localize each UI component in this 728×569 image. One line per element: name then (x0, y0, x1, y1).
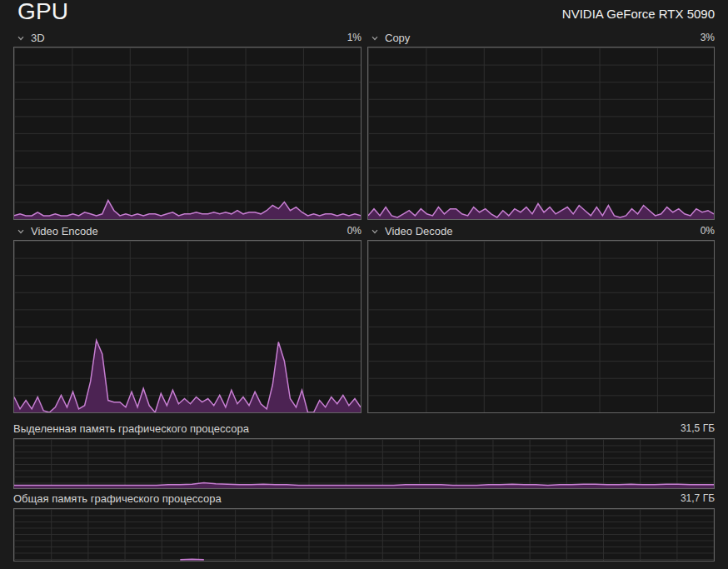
gpu-performance-page: GPU NVIDIA GeForce RTX 5090 3D 1% Copy 3… (0, 0, 728, 569)
chart-video-encode (13, 240, 362, 413)
memory-header-dedicated: Выделенная память графического процессор… (13, 422, 715, 435)
chart-dedicated-memory-trace (14, 439, 714, 488)
panel-value-video-decode: 0% (701, 225, 715, 237)
gpu-device-name: NVIDIA GeForce RTX 5090 (562, 7, 715, 21)
panel-label-copy: Copy (385, 32, 701, 44)
chart-copy-trace (368, 47, 714, 219)
chart-video-encode-trace (14, 241, 361, 412)
chart-shared-memory-trace (14, 509, 714, 561)
chevron-down-icon[interactable] (17, 227, 25, 236)
memory-value-shared: 31,7 ГБ (681, 492, 715, 504)
chart-copy (367, 47, 715, 220)
panel-label-video-encode: Video Encode (31, 225, 347, 237)
page-title: GPU (17, 0, 68, 25)
panel-label-video-decode: Video Decode (385, 225, 701, 237)
panel-value-copy: 3% (701, 32, 715, 43)
memory-value-dedicated: 31,5 ГБ (681, 422, 715, 434)
chevron-down-icon[interactable] (17, 34, 25, 42)
panel-label-3d: 3D (31, 32, 347, 44)
memory-header-shared: Общая память графического процессора 31,… (13, 492, 715, 505)
panel-header-video-encode[interactable]: Video Encode 0% (13, 224, 362, 237)
panel-value-3d: 1% (347, 32, 362, 43)
chevron-down-icon[interactable] (371, 227, 379, 236)
chevron-down-icon[interactable] (371, 34, 379, 42)
chart-3d-trace (14, 47, 361, 219)
panel-value-video-encode: 0% (347, 225, 362, 237)
chart-dedicated-memory (13, 438, 715, 489)
chart-video-decode (367, 240, 715, 413)
chart-3d (13, 47, 362, 220)
memory-label-dedicated: Выделенная память графического процессор… (13, 422, 249, 435)
panel-header-video-decode[interactable]: Video Decode 0% (367, 224, 715, 237)
panel-header-copy[interactable]: Copy 3% (367, 31, 715, 44)
panel-header-3d[interactable]: 3D 1% (13, 31, 362, 44)
chart-shared-memory (13, 508, 715, 562)
chart-video-decode-trace (368, 241, 714, 412)
memory-label-shared: Общая память графического процессора (13, 492, 222, 505)
